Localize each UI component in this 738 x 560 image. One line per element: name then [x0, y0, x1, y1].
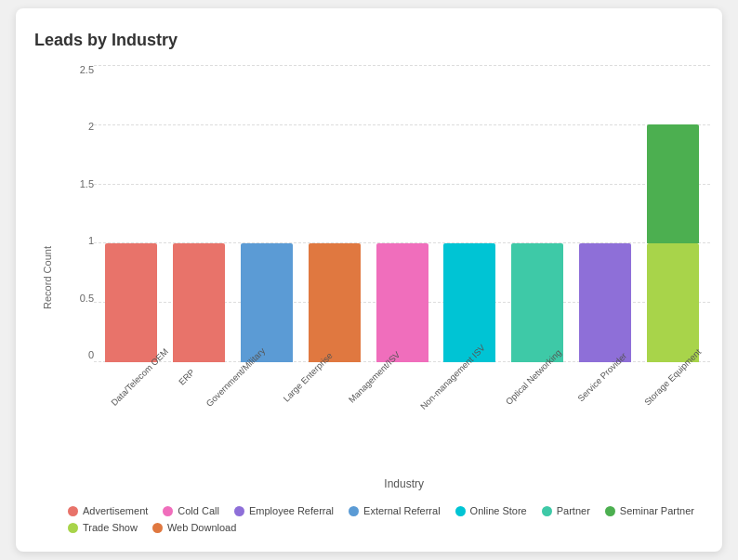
bars-container: [94, 65, 710, 362]
bar: [647, 243, 699, 362]
y-tick: 0.5: [64, 293, 94, 304]
legend-item: Partner: [542, 505, 590, 516]
bar-group: [572, 65, 639, 362]
x-label: Management/ISV: [347, 349, 434, 436]
y-tick: 1: [64, 236, 94, 246]
bar: [241, 243, 293, 362]
legend-label: Advertisement: [83, 505, 148, 516]
legend-item: Employee Referral: [234, 505, 334, 516]
y-tick: 1.5: [64, 179, 94, 189]
legend-label: Trade Show: [83, 522, 138, 533]
grid-and-bars: 00.511.522.5: [64, 65, 710, 362]
y-tick: 2.5: [64, 65, 94, 75]
bar: [173, 243, 225, 362]
chart-card: Leads by Industry Record Count 00.511.52…: [16, 8, 722, 552]
legend-dot: [542, 506, 552, 516]
x-axis-label: Industry: [64, 477, 710, 490]
legend-item: Trade Show: [68, 522, 138, 533]
y-tick: 0: [64, 350, 94, 360]
legend-dot: [234, 506, 244, 516]
y-axis-label: Record Count: [34, 65, 60, 490]
bar: [511, 243, 563, 362]
legend-item: Web Download: [152, 522, 236, 533]
chart-area: Record Count 00.511.522.5 Data/Telecom: [34, 65, 704, 490]
legend-label: Cold Call: [178, 505, 219, 516]
legend-label: Employee Referral: [249, 505, 334, 516]
legend-item: Cold Call: [163, 505, 219, 516]
legend-label: Web Download: [167, 522, 236, 533]
legend-item: Advertisement: [68, 505, 148, 516]
legend-dot: [349, 506, 359, 516]
bar-group: [436, 65, 504, 362]
bar-group: [639, 65, 707, 362]
bar: [309, 243, 361, 362]
bar-group: [98, 65, 165, 362]
legend-dot: [152, 523, 163, 533]
bar-group: [368, 65, 436, 362]
bar: [647, 124, 699, 243]
y-ticks: 00.511.522.5: [64, 65, 94, 362]
bar: [443, 243, 495, 362]
legend-dot: [163, 506, 173, 516]
bars-grid: [94, 65, 710, 362]
legend-item: Online Store: [455, 505, 527, 516]
legend-item: External Referral: [349, 505, 441, 516]
bar-group: [165, 65, 233, 362]
x-labels: Data/Telecom OEMERPGovernment/MilitaryLa…: [64, 364, 710, 429]
legend-label: Online Store: [470, 505, 527, 516]
legend-item: Seminar Partner: [605, 505, 694, 516]
bar-group: [233, 65, 301, 362]
legend-label: External Referral: [363, 505, 441, 516]
legend: AdvertisementCold CallEmployee ReferralE…: [34, 505, 704, 533]
bar: [376, 243, 428, 362]
legend-dot: [68, 523, 78, 533]
bar: [105, 243, 157, 362]
legend-label: Partner: [557, 505, 590, 516]
legend-dot: [605, 506, 615, 516]
legend-dot: [68, 506, 78, 516]
bar-group: [504, 65, 572, 362]
bar: [579, 243, 631, 362]
bar-group: [300, 65, 368, 362]
chart-inner: 00.511.522.5 Data/Telecom OEMERPGovernme…: [64, 65, 710, 490]
legend-dot: [455, 506, 466, 516]
y-tick: 2: [64, 122, 94, 132]
chart-title: Leads by Industry: [34, 31, 704, 50]
legend-label: Seminar Partner: [620, 505, 694, 516]
